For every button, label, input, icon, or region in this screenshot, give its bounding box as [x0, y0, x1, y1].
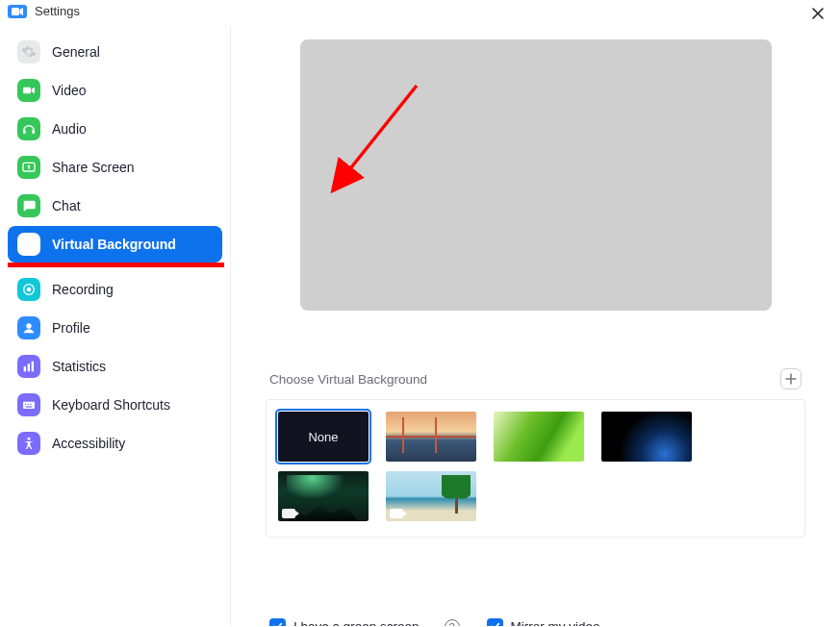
chat-icon	[17, 194, 40, 217]
sidebar-item-label: Statistics	[52, 359, 106, 374]
svg-point-9	[26, 323, 31, 328]
background-thumbnails-panel: None	[266, 399, 805, 538]
svg-point-8	[27, 288, 32, 292]
app-icon	[8, 5, 27, 18]
sidebar-item-label: Share Screen	[52, 160, 135, 175]
sidebar-item-audio[interactable]: Audio	[8, 111, 222, 147]
sidebar-item-label: Recording	[52, 282, 114, 297]
sidebar-item-label: Chat	[52, 198, 81, 213]
window-title: Settings	[35, 4, 80, 18]
background-thumb-none[interactable]: None	[278, 412, 369, 462]
sidebar-item-label: Virtual Background	[52, 237, 176, 252]
svg-rect-16	[30, 404, 31, 405]
sidebar-item-share-screen[interactable]: Share Screen	[8, 149, 222, 186]
video-badge-icon	[390, 509, 403, 518]
mirror-video-checkbox[interactable]: Mirror my video	[487, 618, 600, 626]
svg-rect-2	[23, 130, 26, 135]
svg-rect-10	[24, 366, 26, 371]
svg-rect-1	[23, 88, 31, 94]
accessibility-icon	[17, 432, 40, 455]
video-icon	[17, 79, 40, 102]
sidebar-item-virtual-background[interactable]: Virtual Background	[8, 226, 222, 263]
sidebar-item-accessibility[interactable]: Accessibility	[8, 425, 222, 462]
green-screen-label: I have a green screen	[293, 619, 420, 626]
green-screen-help-icon[interactable]: ?	[445, 619, 460, 627]
plus-icon	[785, 373, 797, 385]
svg-rect-0	[12, 8, 19, 15]
sidebar-item-label: Profile	[52, 320, 90, 336]
content-pane: Choose Virtual Background None I have a …	[231, 26, 840, 626]
keyboard-shortcuts-icon	[17, 393, 40, 416]
section-title: Choose Virtual Background	[269, 372, 427, 387]
svg-rect-17	[26, 406, 33, 407]
add-background-button[interactable]	[780, 368, 802, 389]
background-thumb-aurora[interactable]	[278, 471, 369, 521]
svg-rect-13	[23, 402, 35, 409]
video-preview	[300, 39, 772, 311]
sidebar-item-recording[interactable]: Recording	[8, 271, 222, 308]
svg-point-18	[28, 438, 31, 440]
sidebar-item-label: General	[52, 44, 100, 60]
general-icon	[17, 40, 40, 63]
checkmark-icon	[272, 621, 283, 626]
close-button[interactable]	[807, 4, 828, 25]
profile-icon	[17, 316, 40, 339]
settings-sidebar: GeneralVideoAudioShare ScreenChatVirtual…	[0, 26, 231, 626]
sidebar-item-statistics[interactable]: Statistics	[8, 348, 222, 385]
svg-rect-15	[28, 404, 29, 405]
annotation-underline	[8, 263, 224, 267]
svg-rect-3	[32, 130, 35, 135]
sidebar-item-label: Accessibility	[52, 436, 125, 451]
background-thumb-bridge[interactable]	[386, 412, 476, 462]
sidebar-item-keyboard-shortcuts[interactable]: Keyboard Shortcuts	[8, 387, 222, 423]
sidebar-item-video[interactable]: Video	[8, 72, 222, 109]
sidebar-item-label: Keyboard Shortcuts	[52, 397, 170, 413]
close-icon	[811, 7, 825, 20]
recording-icon	[17, 278, 40, 301]
background-thumb-grass[interactable]	[494, 412, 584, 462]
green-screen-checkbox[interactable]: I have a green screen	[269, 618, 420, 626]
sidebar-item-chat[interactable]: Chat	[8, 188, 222, 224]
window-titlebar: Settings	[0, 0, 840, 26]
video-badge-icon	[282, 509, 295, 518]
sidebar-item-profile[interactable]: Profile	[8, 310, 222, 346]
checkmark-icon	[490, 621, 500, 626]
svg-point-6	[27, 241, 30, 244]
svg-rect-14	[25, 404, 26, 405]
sidebar-item-general[interactable]: General	[8, 34, 222, 70]
statistics-icon	[17, 355, 40, 378]
sidebar-item-label: Video	[52, 83, 87, 98]
background-thumb-earth[interactable]	[601, 412, 692, 462]
thumb-none-label: None	[308, 430, 338, 444]
mirror-video-label: Mirror my video	[511, 619, 600, 626]
svg-rect-12	[32, 362, 34, 372]
virtual-background-icon	[17, 233, 40, 256]
audio-icon	[17, 117, 40, 140]
share-screen-icon	[17, 156, 40, 179]
sidebar-item-label: Audio	[52, 121, 87, 137]
svg-rect-11	[28, 364, 30, 371]
background-thumb-beach[interactable]	[386, 471, 476, 521]
